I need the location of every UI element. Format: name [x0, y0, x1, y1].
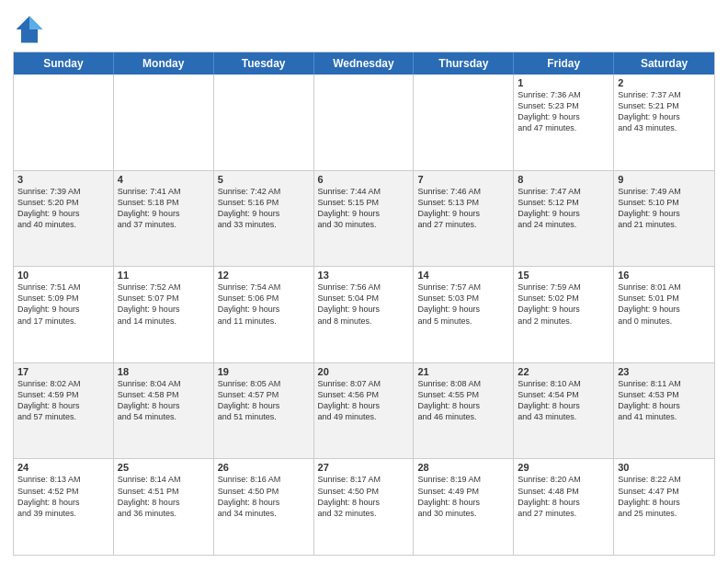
- logo: [13, 13, 48, 46]
- day-info: Sunrise: 8:17 AM Sunset: 4:50 PM Dayligh…: [318, 474, 410, 519]
- day-number: 19: [218, 366, 310, 377]
- day-info: Sunrise: 8:19 AM Sunset: 4:49 PM Dayligh…: [417, 474, 509, 519]
- day-number: 4: [118, 174, 210, 185]
- day-number: 21: [417, 366, 509, 377]
- calendar-cell-11: 11Sunrise: 7:52 AM Sunset: 5:07 PM Dayli…: [114, 267, 214, 362]
- calendar-cell-empty: [214, 75, 314, 170]
- day-number: 23: [618, 366, 711, 377]
- calendar-cell-20: 20Sunrise: 8:07 AM Sunset: 4:56 PM Dayli…: [314, 363, 415, 459]
- day-number: 1: [518, 77, 609, 88]
- calendar-header: SundayMondayTuesdayWednesdayThursdayFrid…: [14, 52, 714, 75]
- day-number: 6: [318, 174, 410, 185]
- calendar-cell-9: 9Sunrise: 7:49 AM Sunset: 5:10 PM Daylig…: [614, 171, 714, 267]
- day-info: Sunrise: 8:01 AM Sunset: 5:01 PM Dayligh…: [618, 282, 711, 327]
- day-info: Sunrise: 7:49 AM Sunset: 5:10 PM Dayligh…: [618, 186, 711, 231]
- calendar-cell-26: 26Sunrise: 8:16 AM Sunset: 4:50 PM Dayli…: [214, 459, 314, 555]
- day-number: 7: [417, 174, 509, 185]
- day-info: Sunrise: 8:07 AM Sunset: 4:56 PM Dayligh…: [318, 378, 410, 423]
- day-info: Sunrise: 7:42 AM Sunset: 5:16 PM Dayligh…: [218, 186, 310, 231]
- day-info: Sunrise: 7:51 AM Sunset: 5:09 PM Dayligh…: [17, 282, 109, 327]
- day-info: Sunrise: 8:13 AM Sunset: 4:52 PM Dayligh…: [17, 474, 109, 519]
- day-number: 5: [218, 174, 310, 185]
- header-day-sunday: Sunday: [14, 52, 114, 75]
- day-number: 25: [118, 462, 210, 473]
- day-number: 16: [618, 270, 711, 281]
- day-info: Sunrise: 8:14 AM Sunset: 4:51 PM Dayligh…: [118, 474, 210, 519]
- day-number: 30: [618, 462, 711, 473]
- day-info: Sunrise: 7:59 AM Sunset: 5:02 PM Dayligh…: [518, 282, 609, 327]
- day-number: 18: [118, 366, 210, 377]
- day-info: Sunrise: 7:47 AM Sunset: 5:12 PM Dayligh…: [518, 186, 609, 231]
- day-number: 20: [318, 366, 410, 377]
- day-number: 13: [318, 270, 410, 281]
- calendar-cell-21: 21Sunrise: 8:08 AM Sunset: 4:55 PM Dayli…: [414, 363, 514, 459]
- calendar-cell-12: 12Sunrise: 7:54 AM Sunset: 5:06 PM Dayli…: [214, 267, 314, 362]
- day-number: 29: [518, 462, 609, 473]
- calendar-row-1: 3Sunrise: 7:39 AM Sunset: 5:20 PM Daylig…: [14, 170, 714, 267]
- calendar-cell-8: 8Sunrise: 7:47 AM Sunset: 5:12 PM Daylig…: [514, 171, 614, 267]
- logo-icon: [13, 13, 46, 46]
- calendar-cell-28: 28Sunrise: 8:19 AM Sunset: 4:49 PM Dayli…: [414, 459, 514, 555]
- header-day-monday: Monday: [114, 52, 214, 75]
- calendar-cell-30: 30Sunrise: 8:22 AM Sunset: 4:47 PM Dayli…: [614, 459, 714, 555]
- calendar-cell-23: 23Sunrise: 8:11 AM Sunset: 4:53 PM Dayli…: [614, 363, 714, 459]
- calendar: SundayMondayTuesdayWednesdayThursdayFrid…: [13, 52, 715, 556]
- day-info: Sunrise: 8:10 AM Sunset: 4:54 PM Dayligh…: [518, 378, 609, 423]
- day-info: Sunrise: 8:22 AM Sunset: 4:47 PM Dayligh…: [618, 474, 711, 519]
- day-number: 3: [17, 174, 109, 185]
- day-number: 12: [218, 270, 310, 281]
- day-info: Sunrise: 7:54 AM Sunset: 5:06 PM Dayligh…: [218, 282, 310, 327]
- day-info: Sunrise: 7:41 AM Sunset: 5:18 PM Dayligh…: [118, 186, 210, 231]
- header-day-wednesday: Wednesday: [314, 52, 415, 75]
- calendar-row-3: 17Sunrise: 8:02 AM Sunset: 4:59 PM Dayli…: [14, 362, 714, 459]
- header: [13, 9, 715, 46]
- day-info: Sunrise: 8:05 AM Sunset: 4:57 PM Dayligh…: [218, 378, 310, 423]
- day-number: 27: [318, 462, 410, 473]
- header-day-thursday: Thursday: [414, 52, 514, 75]
- header-day-saturday: Saturday: [614, 52, 714, 75]
- day-number: 24: [17, 462, 109, 473]
- day-info: Sunrise: 8:04 AM Sunset: 4:58 PM Dayligh…: [118, 378, 210, 423]
- calendar-cell-15: 15Sunrise: 7:59 AM Sunset: 5:02 PM Dayli…: [514, 267, 614, 362]
- day-info: Sunrise: 7:36 AM Sunset: 5:23 PM Dayligh…: [518, 89, 609, 134]
- day-info: Sunrise: 7:46 AM Sunset: 5:13 PM Dayligh…: [417, 186, 509, 231]
- day-info: Sunrise: 7:44 AM Sunset: 5:15 PM Dayligh…: [318, 186, 410, 231]
- day-info: Sunrise: 8:02 AM Sunset: 4:59 PM Dayligh…: [17, 378, 109, 423]
- day-number: 15: [518, 270, 609, 281]
- calendar-cell-19: 19Sunrise: 8:05 AM Sunset: 4:57 PM Dayli…: [214, 363, 314, 459]
- calendar-cell-empty: [314, 75, 415, 170]
- header-day-tuesday: Tuesday: [214, 52, 314, 75]
- day-info: Sunrise: 8:20 AM Sunset: 4:48 PM Dayligh…: [518, 474, 609, 519]
- page: SundayMondayTuesdayWednesdayThursdayFrid…: [0, 0, 728, 563]
- day-number: 22: [518, 366, 609, 377]
- calendar-cell-1: 1Sunrise: 7:36 AM Sunset: 5:23 PM Daylig…: [514, 75, 614, 170]
- calendar-cell-6: 6Sunrise: 7:44 AM Sunset: 5:15 PM Daylig…: [314, 171, 415, 267]
- calendar-cell-3: 3Sunrise: 7:39 AM Sunset: 5:20 PM Daylig…: [14, 171, 114, 267]
- day-info: Sunrise: 7:39 AM Sunset: 5:20 PM Dayligh…: [17, 186, 109, 231]
- calendar-cell-16: 16Sunrise: 8:01 AM Sunset: 5:01 PM Dayli…: [614, 267, 714, 362]
- calendar-cell-25: 25Sunrise: 8:14 AM Sunset: 4:51 PM Dayli…: [114, 459, 214, 555]
- calendar-cell-24: 24Sunrise: 8:13 AM Sunset: 4:52 PM Dayli…: [14, 459, 114, 555]
- calendar-cell-27: 27Sunrise: 8:17 AM Sunset: 4:50 PM Dayli…: [314, 459, 415, 555]
- calendar-row-2: 10Sunrise: 7:51 AM Sunset: 5:09 PM Dayli…: [14, 266, 714, 362]
- calendar-cell-7: 7Sunrise: 7:46 AM Sunset: 5:13 PM Daylig…: [414, 171, 514, 267]
- calendar-cell-4: 4Sunrise: 7:41 AM Sunset: 5:18 PM Daylig…: [114, 171, 214, 267]
- calendar-cell-5: 5Sunrise: 7:42 AM Sunset: 5:16 PM Daylig…: [214, 171, 314, 267]
- day-number: 17: [17, 366, 109, 377]
- day-number: 10: [17, 270, 109, 281]
- calendar-cell-17: 17Sunrise: 8:02 AM Sunset: 4:59 PM Dayli…: [14, 363, 114, 459]
- day-info: Sunrise: 7:52 AM Sunset: 5:07 PM Dayligh…: [118, 282, 210, 327]
- day-number: 26: [218, 462, 310, 473]
- svg-marker-1: [29, 17, 42, 29]
- calendar-row-4: 24Sunrise: 8:13 AM Sunset: 4:52 PM Dayli…: [14, 458, 714, 555]
- calendar-cell-empty: [114, 75, 214, 170]
- day-info: Sunrise: 7:57 AM Sunset: 5:03 PM Dayligh…: [417, 282, 509, 327]
- day-info: Sunrise: 8:08 AM Sunset: 4:55 PM Dayligh…: [417, 378, 509, 423]
- day-info: Sunrise: 7:56 AM Sunset: 5:04 PM Dayligh…: [318, 282, 410, 327]
- day-number: 9: [618, 174, 711, 185]
- calendar-cell-empty: [414, 75, 514, 170]
- calendar-cell-29: 29Sunrise: 8:20 AM Sunset: 4:48 PM Dayli…: [514, 459, 614, 555]
- calendar-cell-10: 10Sunrise: 7:51 AM Sunset: 5:09 PM Dayli…: [14, 267, 114, 362]
- calendar-cell-14: 14Sunrise: 7:57 AM Sunset: 5:03 PM Dayli…: [414, 267, 514, 362]
- day-info: Sunrise: 8:11 AM Sunset: 4:53 PM Dayligh…: [618, 378, 711, 423]
